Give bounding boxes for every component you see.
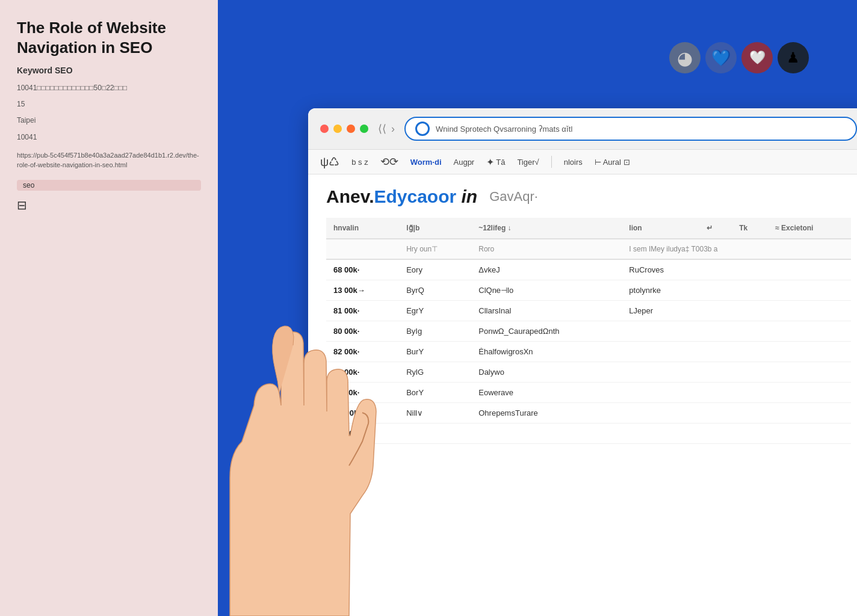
th-filter-col[interactable]: ~12lifeg ↓ <box>471 218 622 239</box>
cell-empty2 <box>732 301 768 321</box>
cell-empty1 <box>699 424 732 444</box>
sidebar-title: The Role of Website Navigation in SEO <box>17 18 201 57</box>
page-title-part3: in <box>462 186 478 206</box>
top-icon-1[interactable]: ◕ <box>669 42 701 73</box>
toolbar-item-2[interactable]: b s z <box>351 158 368 167</box>
table-row: 68 00k· Eory ΔvkeJ RuCroves <box>326 259 851 280</box>
toolbar-label-worm: Worm·di <box>410 158 442 167</box>
cell-empty1 <box>699 321 732 342</box>
browser-chrome: ⟨⟨ › Wnind Sprotech Qvsarroning ʔmats αǐ… <box>308 108 857 150</box>
cell-col1: ByIg <box>399 321 471 342</box>
sidebar-url[interactable]: https://pub-5c454f571b8e40a3a2aad27ade84… <box>17 150 201 170</box>
table-row: 17 00k· RylG Dalywo <box>326 362 851 383</box>
cell-col1: BurY <box>399 342 471 362</box>
table-subheader-row: Hry oun⊤ Roro I sem IMey iludya‡ T003b a <box>326 239 851 259</box>
cell-col3: LJeper <box>622 301 699 321</box>
top-icon-3[interactable]: 🤍 <box>741 42 773 73</box>
subh-2: Hry oun⊤ <box>399 239 471 259</box>
cell-empty1 <box>699 259 732 280</box>
th-lgb[interactable]: lg̃|b <box>399 218 471 239</box>
cell-empty3 <box>768 342 851 362</box>
cell-col1: BorY <box>399 383 471 403</box>
cell-col3 <box>622 383 699 403</box>
cell-col2: OhrepemsTurare <box>471 403 622 424</box>
page-title-part1: Anev. <box>326 186 374 206</box>
nav-forward-icon[interactable]: › <box>391 123 395 135</box>
toolbar-label-ta: ✦ Tā <box>486 156 505 168</box>
tl-orange[interactable] <box>347 125 355 133</box>
toolbar-item-worm[interactable]: Worm·di <box>410 158 442 167</box>
cell-empty1 <box>699 280 732 301</box>
toolbar-item-augpr[interactable]: Augpr <box>454 158 475 167</box>
cell-col3 <box>622 321 699 342</box>
table-row: 82 00k· BurY ĖhalfowigrosXn <box>326 342 851 362</box>
toolbar-label-augpr: Augpr <box>454 158 475 167</box>
sidebar: The Role of Website Navigation in SEO Ke… <box>0 0 218 616</box>
cell-empty3 <box>768 362 851 383</box>
table-header-row: hnvalin lg̃|b ~12lifeg ↓ lion ↵ <box>326 218 851 239</box>
toolbar-label-nloirs: nloirs <box>564 158 583 167</box>
address-circle-icon <box>415 122 430 136</box>
sidebar-tag-icon: ⊟ <box>17 198 201 212</box>
cell-empty3 <box>768 259 851 280</box>
top-icon-2[interactable]: 💙 <box>705 42 737 73</box>
table-row: 13 00k→ ByrQ ClQne⊣lo ptolynrke <box>326 280 851 301</box>
th-enter[interactable]: ↵ <box>699 218 732 239</box>
toolbar-item-nloirs[interactable]: nloirs <box>564 158 583 167</box>
toolbar-item-tiger[interactable]: Tiger√ <box>517 158 539 167</box>
sidebar-tag[interactable]: seo <box>17 180 201 191</box>
cell-empty3 <box>768 383 851 403</box>
nav-back-icon[interactable]: ⟨⟨ <box>378 122 386 135</box>
sidebar-meta-2: 15 <box>17 99 201 110</box>
cell-empty3 <box>768 301 851 321</box>
table-row: S0 00k· Nill∨ OhrepemsTurare <box>326 403 851 424</box>
data-table: hnvalin lg̃|b ~12lifeg ↓ lion ↵ <box>326 218 851 444</box>
sidebar-meta-4: 10041 <box>17 132 201 143</box>
cell-col3: RuCroves <box>622 259 699 280</box>
cell-empty3 <box>768 403 851 424</box>
toolbar-label-aural: ⊢ Aural ⊡ <box>595 158 630 167</box>
cell-empty3 <box>768 321 851 342</box>
cell-empty1 <box>699 403 732 424</box>
tl-red[interactable] <box>320 125 329 133</box>
address-bar[interactable]: Wnind Sprotech Qvsarroning ʔmats αǐtl <box>404 117 857 141</box>
subh-4: I sem IMey iludya‡ T003b a <box>622 239 851 259</box>
right-area: ◕ 💙 🤍 ♟ ⟨⟨ › Wnind S <box>218 0 857 616</box>
page-title-part2: Edycaoor <box>374 186 456 206</box>
cell-col2 <box>471 424 622 444</box>
nav-controls: ⟨⟨ › <box>378 122 395 135</box>
hand-overlay <box>218 225 404 616</box>
th-lion[interactable]: lion <box>622 218 699 239</box>
th-tk[interactable]: Tk <box>732 218 768 239</box>
page-title-sub: GavAqr· <box>489 189 538 205</box>
th-excietoni[interactable]: ≈ Excietoni <box>768 218 851 239</box>
cell-col2: ĖhalfowigrosXn <box>471 342 622 362</box>
top-icons-row: ◕ 💙 🤍 ♟ <box>669 42 809 73</box>
cell-empty2 <box>732 362 768 383</box>
toolbar-label-tiger: Tiger√ <box>517 158 539 167</box>
cell-col3 <box>622 424 699 444</box>
cell-empty2 <box>732 321 768 342</box>
cell-col1: ByrQ <box>399 280 471 301</box>
cell-empty2 <box>732 259 768 280</box>
cell-empty1 <box>699 383 732 403</box>
table-row: 81 00k· EgrY CllarsInal LJeper <box>326 301 851 321</box>
cell-col2: Dalywo <box>471 362 622 383</box>
tl-green[interactable] <box>360 125 368 133</box>
sidebar-meta-3: Taipei <box>17 115 201 126</box>
browser-toolbar: ψ♺ b s z ⟲⟳ Worm·di Augpr ✦ Tā Tiger√ n <box>308 150 857 174</box>
toolbar-item-3[interactable]: ⟲⟳ <box>380 155 398 168</box>
toolbar-item-ta[interactable]: ✦ Tā <box>486 156 505 168</box>
toolbar-separator <box>551 156 552 168</box>
cell-col2: ClQne⊣lo <box>471 280 622 301</box>
traffic-lights <box>320 125 368 133</box>
page-header: Anev.Edycaoor in GavAqr· <box>326 186 851 207</box>
toolbar-item-1[interactable]: ψ♺ <box>320 155 339 169</box>
toolbar-item-aural[interactable]: ⊢ Aural ⊡ <box>595 158 630 167</box>
cell-col1: Nill∨ <box>399 403 471 424</box>
top-icon-4[interactable]: ♟ <box>778 42 809 73</box>
cell-col1: EgrY <box>399 301 471 321</box>
tl-yellow[interactable] <box>333 125 342 133</box>
toolbar-label-3: ⟲⟳ <box>380 155 398 168</box>
cell-empty2 <box>732 342 768 362</box>
